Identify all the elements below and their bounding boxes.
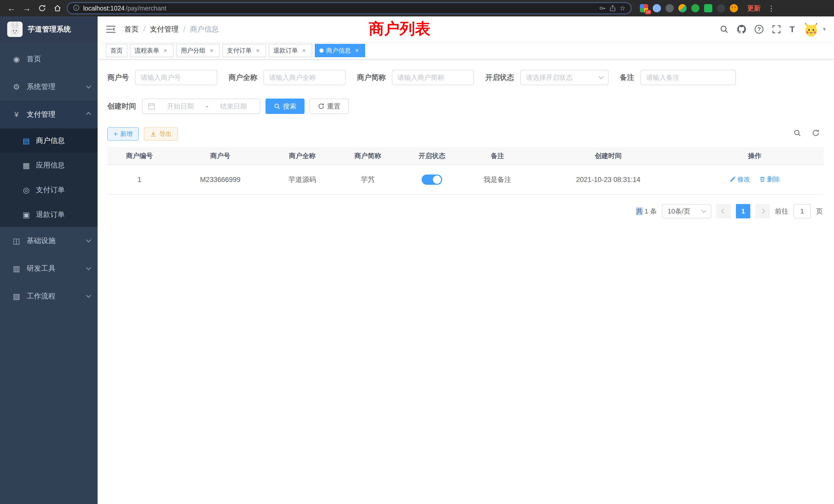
sidebar-item-label: 研发工具 (27, 264, 87, 273)
close-icon[interactable]: × (208, 47, 215, 54)
close-icon[interactable]: × (162, 47, 169, 54)
extension-blue-icon[interactable] (653, 4, 661, 12)
breadcrumb-home[interactable]: 首页 (124, 24, 139, 34)
reset-button[interactable]: 重置 (310, 98, 349, 114)
font-size-icon[interactable]: T (790, 25, 795, 34)
sidebar-item-infrastructure[interactable]: ◫ 基础设施 (0, 227, 97, 255)
remark-input[interactable] (640, 70, 736, 85)
profile-avatar-icon[interactable] (730, 4, 738, 12)
breadcrumb-payment[interactable]: 支付管理 (150, 24, 179, 34)
search-button[interactable]: 搜索 (265, 98, 305, 114)
sidebar-toggle-icon[interactable] (106, 25, 116, 33)
pencil-icon (729, 176, 736, 182)
browser-menu-icon[interactable]: ⋮ (768, 4, 775, 13)
sidebar-item-home[interactable]: ◉ 首页 (0, 45, 97, 73)
delete-link[interactable]: 删除 (759, 175, 780, 183)
address-bar[interactable]: localhost:1024 /pay/merchant ☆ (67, 2, 632, 14)
short-name-input[interactable] (392, 70, 474, 85)
password-key-icon[interactable] (599, 5, 606, 12)
sidebar: 芋道管理系统 ◉ 首页 ⚙ 系统管理 ¥ 支付管理 (0, 17, 97, 504)
plus-icon: + (113, 130, 117, 138)
sidebar-item-label: 退款订单 (36, 210, 97, 220)
sidebar-item-dev-tools[interactable]: ▥ 研发工具 (0, 255, 97, 282)
user-avatar[interactable] (804, 22, 819, 37)
status-select[interactable]: 请选择开启状态 (520, 70, 609, 85)
chevron-up-icon (86, 112, 91, 117)
full-name-input[interactable] (263, 70, 346, 85)
search-icon (274, 103, 280, 110)
extension-dark-icon[interactable] (665, 4, 674, 12)
url-host: localhost:1024 (83, 5, 125, 12)
extension-multicolor-icon[interactable] (678, 4, 687, 12)
workflow-icon: ▧ (10, 292, 23, 301)
logo-rabbit-image (7, 22, 23, 37)
tab-payment-orders[interactable]: 支付订单 × (222, 44, 266, 57)
close-icon[interactable]: × (254, 47, 261, 54)
page-1-button[interactable]: 1 (736, 204, 750, 219)
date-separator: - (206, 102, 208, 110)
tab-merchant-info[interactable]: 商户信息 × (315, 44, 365, 57)
export-button[interactable]: 导出 (144, 127, 178, 141)
home-icon[interactable] (51, 2, 64, 14)
close-icon[interactable]: × (353, 47, 360, 54)
search-icon[interactable] (720, 25, 728, 33)
next-page-button[interactable] (755, 204, 770, 219)
sidebar-item-label: 系统管理 (27, 82, 87, 92)
sidebar-item-system[interactable]: ⚙ 系统管理 (0, 73, 97, 100)
refresh-icon[interactable] (812, 129, 820, 139)
gear-icon: ⚙ (10, 83, 23, 91)
create-time-range-picker[interactable]: 开始日期 - 结束日期 (142, 98, 260, 114)
site-info-icon[interactable] (73, 4, 80, 13)
chevron-down-icon (86, 84, 91, 89)
sidebar-item-workflow[interactable]: ▧ 工作流程 (0, 282, 97, 310)
sidebar-item-payment-orders[interactable]: ◎ 支付订单 (0, 178, 97, 202)
cell-short-name: 芋艿 (336, 165, 400, 194)
close-icon[interactable]: × (301, 47, 308, 54)
bookmark-star-icon[interactable]: ☆ (620, 4, 626, 12)
tab-label: 首页 (110, 46, 123, 55)
github-icon[interactable] (737, 25, 746, 33)
help-question-icon[interactable]: ? (755, 25, 763, 33)
table-tools (793, 129, 824, 139)
edit-link[interactable]: 修改 (729, 175, 750, 183)
reload-icon[interactable] (36, 2, 48, 14)
trash-icon (759, 176, 765, 182)
page-size-value: 10条/页 (667, 207, 702, 216)
sidebar-item-label: 首页 (27, 54, 90, 64)
merchant-no-label: 商户号 (107, 73, 135, 83)
app-frame: 芋道管理系统 ◉ 首页 ⚙ 系统管理 ¥ 支付管理 (0, 17, 834, 504)
share-icon[interactable] (609, 5, 616, 12)
goto-page-input[interactable] (793, 204, 811, 219)
sidebar-item-refund-orders[interactable]: ▣ 退款订单 (0, 202, 97, 227)
extension-green-icon[interactable] (691, 4, 699, 12)
status-toggle[interactable] (422, 175, 442, 185)
add-button[interactable]: + 新增 (107, 127, 139, 141)
create-time-label: 创建时间 (107, 101, 142, 111)
merchant-no-input[interactable] (135, 70, 217, 85)
extension-pin-icon[interactable] (717, 4, 725, 12)
sidebar-item-app-info[interactable]: ▦ 应用信息 (0, 153, 97, 178)
cell-actions: 修改 删除 (686, 165, 824, 194)
back-icon[interactable]: ← (5, 2, 18, 14)
avatar-caret-icon[interactable]: ▾ (823, 26, 826, 32)
tab-home[interactable]: 首页 (106, 44, 127, 57)
sidebar-item-label: 应用信息 (36, 160, 97, 170)
show-search-icon[interactable] (793, 129, 801, 139)
extension-note-icon[interactable] (704, 4, 712, 12)
app-logo[interactable]: 芋道管理系统 (0, 17, 97, 42)
screen: ← → localhost:1024 /pay/merchant ☆ 10 (0, 0, 834, 504)
page-size-select[interactable]: 10条/页 (662, 204, 711, 219)
browser-update-button[interactable]: 更新 (747, 4, 761, 13)
tags-view: 首页 流程表单 × 用户分组 × 支付订单 × 退款订单 × (97, 42, 834, 60)
sidebar-item-merchant-info[interactable]: ▤ 商户信息 (0, 128, 97, 153)
fullscreen-icon[interactable] (772, 25, 781, 33)
prev-page-button[interactable] (717, 204, 731, 219)
pagination-total-rest: 1 条 (643, 207, 657, 215)
yen-icon: ¥ (10, 110, 23, 119)
tab-refund-orders[interactable]: 退款订单 × (269, 44, 312, 57)
sidebar-item-payment[interactable]: ¥ 支付管理 (0, 100, 97, 128)
extension-colorful-icon[interactable]: 10 (640, 4, 648, 12)
tab-user-group[interactable]: 用户分组 × (176, 44, 220, 57)
forward-icon[interactable]: → (21, 2, 33, 14)
tab-process-form[interactable]: 流程表单 × (130, 44, 174, 57)
